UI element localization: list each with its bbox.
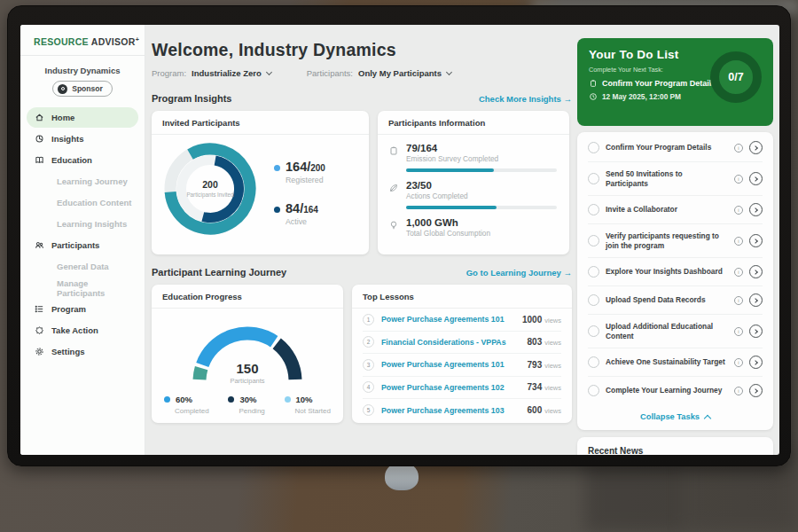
app-logo: RESOURCE ADVISOR+ <box>20 25 145 55</box>
active-dot <box>274 207 280 213</box>
filters-row: Program:Industrialize Zero Participants:… <box>152 68 572 78</box>
program-dropdown[interactable]: Program:Industrialize Zero <box>152 68 271 78</box>
lesson-row: 3 Power Purchase Agreements 101 793views <box>363 354 561 377</box>
go-to-learning-journey-link[interactable]: Go to Learning Journey → <box>466 268 572 278</box>
task-checkbox[interactable] <box>588 294 599 306</box>
task-open-button[interactable] <box>749 293 763 307</box>
info-icon[interactable]: i <box>734 237 743 246</box>
lesson-row: 2 Financial Considerations - VPPAs 803vi… <box>363 332 561 355</box>
lesson-rank: 5 <box>363 404 374 416</box>
sidebar-item-learning-journey[interactable]: Learning Journey <box>27 171 138 192</box>
sidebar-item-education-content[interactable]: Education Content <box>27 192 138 213</box>
section-title: Program Insights <box>152 93 231 104</box>
task-open-button[interactable] <box>749 325 763 338</box>
info-icon[interactable]: i <box>734 387 743 395</box>
task-checkbox[interactable] <box>588 204 599 215</box>
info-icon[interactable]: i <box>734 268 743 277</box>
sidebar-item-insights[interactable]: Insights <box>27 129 138 149</box>
chevron-up-icon <box>704 414 711 421</box>
task-open-button[interactable] <box>749 234 763 247</box>
chevron-down-icon <box>266 69 272 75</box>
education-progress-card: Education Progress 150 Participants <box>152 285 343 423</box>
participants-dropdown[interactable]: Participants:Only My Participants <box>307 68 451 78</box>
info-icon[interactable]: i <box>734 175 743 184</box>
check-more-insights-link[interactable]: Check More Insights → <box>479 94 572 104</box>
chevron-right-icon <box>753 329 758 334</box>
arrow-right-icon: → <box>564 94 573 104</box>
info-icon[interactable]: i <box>734 206 743 215</box>
section-title: Participant Learning Journey <box>152 267 286 278</box>
task-checkbox[interactable] <box>588 235 599 246</box>
lesson-rank: 2 <box>363 336 374 348</box>
insights-icon <box>35 134 44 144</box>
task-row: Invite a Collaborator i <box>588 196 763 224</box>
legend-pending: 30% Pending <box>228 390 264 415</box>
gauge-center-label: 150 Participants <box>152 361 343 385</box>
legend-active: 84/164 Active <box>274 200 325 226</box>
take-action-icon <box>35 325 44 335</box>
participants-icon <box>35 240 44 250</box>
participants-information-card: Participants Information 79/164Emission … <box>378 111 569 254</box>
sponsor-badge[interactable]: Sponsor <box>52 81 112 97</box>
consumption-bulb-icon <box>388 220 399 231</box>
info-row-survey: 79/164Emission Survey Completed <box>378 135 569 163</box>
registered-dot <box>274 165 280 171</box>
sidebar-item-general-data[interactable]: General Data <box>27 256 138 277</box>
info-icon[interactable]: i <box>734 358 743 367</box>
not-started-dot <box>285 396 291 403</box>
collapse-tasks-link[interactable]: Collapse Tasks <box>588 404 763 428</box>
recent-news-title: Recent News <box>588 446 763 455</box>
page-title: Welcome, Industry Dynamics <box>152 40 572 60</box>
info-icon[interactable]: i <box>734 296 743 305</box>
task-checkbox[interactable] <box>588 356 599 368</box>
donut-legend: 164/200 Registered 84/164 Active <box>274 159 325 242</box>
task-open-button[interactable] <box>749 265 763 278</box>
chevron-down-icon <box>446 69 452 75</box>
task-checkbox[interactable] <box>588 266 599 278</box>
chevron-right-icon <box>753 360 758 365</box>
card-title: Invited Participants <box>152 111 369 135</box>
task-checkbox[interactable] <box>588 173 599 184</box>
organization-name: Industry Dynamics <box>20 66 145 75</box>
task-open-button[interactable] <box>749 384 763 397</box>
info-row-actions: 23/50Actions Completed <box>378 172 569 200</box>
task-open-button[interactable] <box>749 356 763 369</box>
monitor-bezel: RESOURCE ADVISOR+ Industry Dynamics Spon… <box>7 5 791 466</box>
top-lessons-card: Top Lessons 1 Power Purchase Agreements … <box>352 285 572 423</box>
info-icon[interactable]: i <box>734 327 743 336</box>
lesson-link[interactable]: Financial Considerations - VPPAs <box>381 338 520 347</box>
info-icon[interactable]: i <box>734 144 743 153</box>
program-list-icon <box>35 304 44 314</box>
task-row: Verify participants requesting to join t… <box>588 224 763 258</box>
lesson-row: 5 Power Purchase Agreements 103 600views <box>363 399 561 422</box>
sidebar-item-settings[interactable]: Settings <box>27 341 138 362</box>
invited-donut-chart: 200 Participants Invited <box>160 139 260 239</box>
sidebar-item-learning-insights[interactable]: Learning Insights <box>27 214 138 234</box>
settings-gear-icon <box>35 347 44 356</box>
dashboard-screen: RESOURCE ADVISOR+ Industry Dynamics Spon… <box>20 25 779 455</box>
journey-cards-row: Education Progress 150 Participants <box>152 285 572 423</box>
sidebar-item-take-action[interactable]: Take Action <box>27 320 138 340</box>
sidebar-item-participants[interactable]: Participants <box>27 235 138 255</box>
sidebar-item-program[interactable]: Program <box>27 299 138 319</box>
survey-clipboard-icon <box>388 145 399 156</box>
task-checkbox[interactable] <box>588 385 599 396</box>
lesson-link[interactable]: Power Purchase Agreements 103 <box>381 406 520 415</box>
lesson-link[interactable]: Power Purchase Agreements 102 <box>381 383 520 392</box>
lesson-link[interactable]: Power Purchase Agreements 101 <box>381 360 520 369</box>
task-open-button[interactable] <box>749 141 763 154</box>
task-checkbox[interactable] <box>588 325 599 337</box>
legend-not-started: 10% Not Started <box>285 390 331 415</box>
completed-dot <box>164 396 170 403</box>
lesson-link[interactable]: Power Purchase Agreements 101 <box>381 315 515 324</box>
sidebar-item-home[interactable]: Home <box>27 107 138 128</box>
task-row: Explore Your Insights Dashboard i <box>588 258 763 286</box>
chevron-right-icon <box>753 207 758 213</box>
sidebar-item-manage-participants[interactable]: Manage Participants <box>27 278 138 298</box>
task-open-button[interactable] <box>749 172 763 185</box>
task-checkbox[interactable] <box>588 142 599 153</box>
info-row-consumption: 1,000 GWhTotal Global Consumption <box>378 209 569 238</box>
todo-tasks-card: Confirm Your Program Details i Send 50 I… <box>577 132 773 430</box>
task-open-button[interactable] <box>749 203 763 216</box>
sidebar-item-education[interactable]: Education <box>27 150 138 170</box>
